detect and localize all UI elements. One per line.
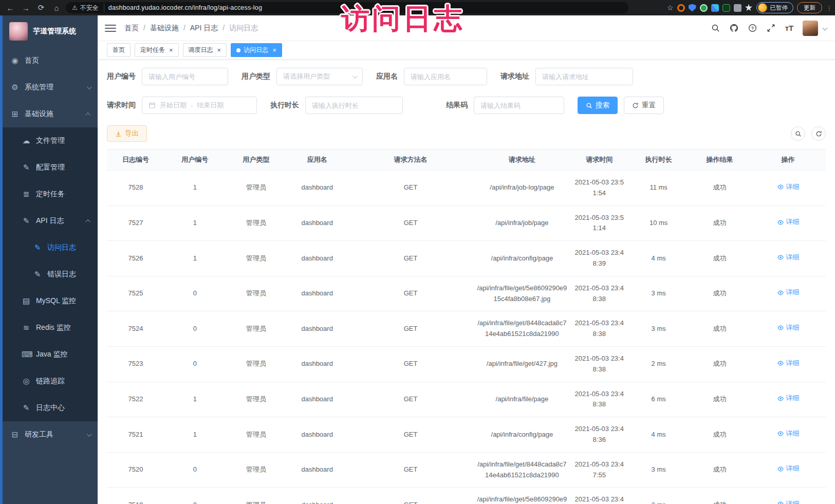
column-header[interactable]: 操作结果 — [689, 150, 750, 171]
breadcrumb-item[interactable]: 首页 — [124, 24, 139, 33]
cell-app-name: dashboard — [287, 171, 348, 206]
breadcrumb-item[interactable]: API 日志 — [179, 24, 218, 33]
breadcrumb-item[interactable]: 基础设施 — [139, 24, 179, 33]
detail-link[interactable]: 详细 — [777, 393, 800, 404]
fullscreen-icon[interactable] — [766, 23, 776, 33]
sidebar-item[interactable]: ▤ MySQL 监控 — [0, 288, 98, 314]
tag-tab[interactable]: 定时任务 × — [135, 43, 179, 57]
extension-green-icon[interactable] — [700, 4, 708, 12]
column-header[interactable]: 用户类型 — [226, 150, 287, 171]
detail-link[interactable]: 详细 — [777, 252, 800, 263]
table-row: 7525 0 管理员 dashboard GET /api/infra/file… — [107, 276, 826, 311]
sidebar-item[interactable]: ⚙ 系统管理 — [0, 74, 98, 101]
cell-method: GET — [348, 276, 474, 311]
extension-gray-icon[interactable] — [734, 4, 741, 12]
chevron-down-icon[interactable] — [823, 26, 828, 31]
github-icon[interactable] — [729, 23, 739, 33]
toggle-search-button[interactable] — [791, 126, 805, 141]
column-header[interactable]: 请求地址 — [473, 150, 570, 171]
sidebar-logo-row[interactable]: 芋道管理系统 — [0, 15, 98, 47]
column-header[interactable]: 执行时长 — [628, 150, 689, 171]
browser-forward-icon[interactable]: → — [20, 2, 32, 14]
cell-log-id: 7525 — [107, 276, 164, 311]
sidebar-item[interactable]: ☁ 文件管理 — [0, 127, 98, 154]
sidebar-item[interactable]: ≋ Redis 监控 — [0, 314, 98, 341]
detail-link[interactable]: 详细 — [777, 499, 800, 504]
tag-tab[interactable]: 访问日志 × — [231, 43, 282, 57]
security-warning[interactable]: ⚠不安全 — [72, 4, 104, 12]
detail-link[interactable]: 详细 — [777, 358, 800, 369]
sidebar-item[interactable]: ⊟ 研发工具 — [0, 421, 98, 448]
request-time-range-picker[interactable]: 开始日期 - 结束日期 — [142, 97, 257, 114]
column-header[interactable]: 应用名 — [287, 150, 348, 171]
result-code-input[interactable] — [474, 97, 564, 114]
sidebar-item[interactable]: ✎ 访问日志 — [0, 234, 98, 261]
browser-update-button[interactable]: 更新 — [797, 2, 822, 13]
close-icon[interactable]: × — [217, 47, 221, 53]
detail-link[interactable]: 详细 — [777, 217, 800, 228]
tab-label: 定时任务 — [140, 46, 165, 54]
detail-link[interactable]: 详细 — [777, 182, 800, 193]
browser-menu-icon[interactable]: ⋮ — [826, 4, 831, 12]
hamburger-icon[interactable] — [105, 25, 116, 32]
extension-darkgrid-icon[interactable] — [722, 4, 730, 12]
column-header[interactable]: 日志编号 — [107, 150, 164, 171]
tab-label: 首页 — [113, 46, 125, 54]
address-bar[interactable]: ⚠不安全 dashboard.yudao.iocoder.cn/infra/lo… — [66, 2, 628, 13]
font-size-icon[interactable]: ᴛT — [784, 23, 794, 33]
browser-home-icon[interactable]: ⌂ — [50, 2, 63, 14]
detail-link[interactable]: 详细 — [777, 323, 800, 333]
breadcrumb-item[interactable]: 访问日志 — [218, 24, 258, 33]
user-avatar[interactable] — [803, 21, 818, 36]
user-type-select[interactable]: 请选择用户类型 — [276, 68, 363, 85]
tag-tab[interactable]: 首页 × — [107, 43, 131, 57]
close-icon[interactable]: × — [272, 47, 276, 53]
request-url-input[interactable] — [535, 68, 633, 85]
sidebar-item[interactable]: ◉ 首页 — [0, 47, 98, 74]
column-header[interactable]: 请求时间 — [570, 150, 628, 171]
search-button[interactable]: 搜索 — [578, 97, 618, 114]
sidebar-item[interactable]: ⊞ 基础设施 — [0, 101, 98, 127]
cell-app-name: dashboard — [287, 488, 348, 504]
user-id-input[interactable] — [142, 68, 228, 85]
browser-profile-chip[interactable]: 已暂停 — [756, 2, 794, 13]
browser-back-icon[interactable]: ← — [4, 2, 16, 14]
bookmark-star-icon[interactable]: ☆ — [667, 4, 674, 12]
extensions-pin-icon[interactable] — [745, 4, 753, 12]
app-name-input[interactable] — [404, 68, 487, 85]
cell-user-type: 管理员 — [226, 452, 287, 488]
help-icon[interactable]: ? — [747, 23, 757, 33]
cell-request-time: 2021-05-03 23:48:38 — [570, 382, 628, 417]
cell-request-url: /api/infra/file/get/427.jpg — [473, 346, 570, 382]
duration-input[interactable] — [305, 97, 403, 114]
column-header[interactable]: 用户编号 — [164, 150, 226, 171]
reset-button[interactable]: 重置 — [624, 97, 664, 114]
cell-result: 成功 — [689, 417, 750, 453]
detail-link[interactable]: 详细 — [777, 287, 800, 298]
detail-link[interactable]: 详细 — [777, 428, 800, 439]
sidebar-item[interactable]: ✎ 配置管理 — [0, 154, 98, 181]
cell-user-id: 0 — [164, 276, 226, 311]
eye-icon — [777, 289, 784, 296]
cell-log-id: 7519 — [107, 488, 164, 504]
column-header[interactable]: 请求方法名 — [348, 150, 474, 171]
extension-shield-icon[interactable] — [689, 4, 696, 12]
sidebar-item[interactable]: ◎ 链路追踪 — [0, 368, 98, 395]
browser-reload-icon[interactable]: ⟳ — [35, 2, 47, 14]
close-icon[interactable]: × — [169, 47, 173, 53]
sidebar-item[interactable]: ✎ 日志中心 — [0, 395, 98, 421]
sidebar-item[interactable]: ⌨ Java 监控 — [0, 341, 98, 368]
detail-link-label: 详细 — [786, 287, 800, 298]
column-header[interactable]: 操作 — [750, 150, 826, 171]
sidebar-item[interactable]: ✎ 错误日志 — [0, 261, 98, 288]
export-button[interactable]: 导出 — [107, 125, 147, 142]
extension-grid-icon[interactable] — [711, 4, 719, 12]
extension-donut-icon[interactable] — [677, 4, 685, 12]
search-icon[interactable] — [710, 23, 720, 33]
request-url-label: 请求地址 — [500, 72, 529, 81]
sidebar-item[interactable]: ≣ 定时任务 — [0, 181, 98, 208]
tag-tab[interactable]: 调度日志 × — [183, 43, 227, 57]
sidebar-item[interactable]: ✎ API 日志 — [0, 208, 98, 234]
refresh-table-button[interactable] — [811, 126, 826, 141]
detail-link[interactable]: 详细 — [777, 463, 800, 474]
